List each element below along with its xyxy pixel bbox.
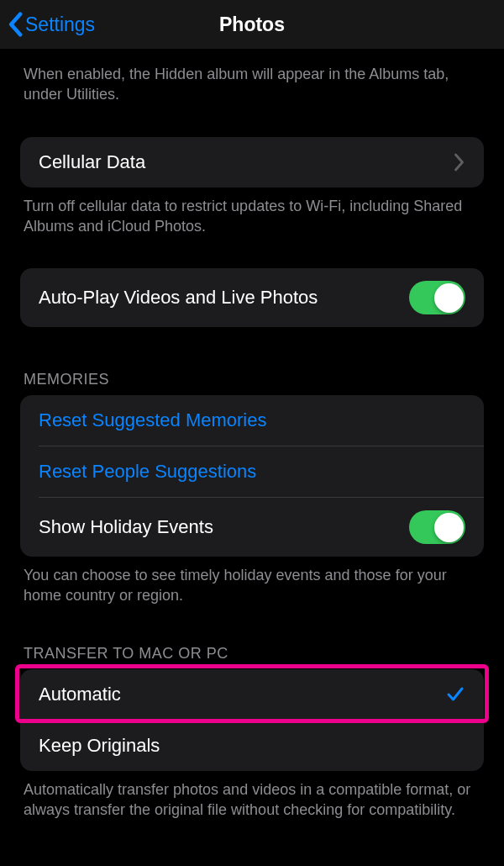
memories-footer: You can choose to see timely holiday eve… <box>0 557 504 606</box>
autoplay-group: Auto-Play Videos and Live Photos <box>20 268 484 327</box>
memories-header: MEMORIES <box>0 371 504 395</box>
page-title: Photos <box>219 13 285 36</box>
back-label: Settings <box>25 13 95 36</box>
back-button[interactable]: Settings <box>7 12 95 37</box>
content-scroll[interactable]: When enabled, the Hidden album will appe… <box>0 49 504 820</box>
cellular-data-group: Cellular Data <box>20 137 484 187</box>
transfer-automatic-row[interactable]: Automatic <box>20 669 484 720</box>
navigation-bar: Settings Photos <box>0 0 504 49</box>
autoplay-label: Auto-Play Videos and Live Photos <box>39 287 409 309</box>
toggle-knob <box>434 513 464 542</box>
show-holiday-events-label: Show Holiday Events <box>39 516 409 538</box>
transfer-group: Automatic Keep Originals <box>20 669 484 771</box>
chevron-left-icon <box>7 12 24 37</box>
cellular-data-label: Cellular Data <box>39 151 454 173</box>
autoplay-row: Auto-Play Videos and Live Photos <box>20 268 484 327</box>
show-holiday-events-row: Show Holiday Events <box>20 498 484 557</box>
transfer-header: TRANSFER TO MAC OR PC <box>0 645 504 669</box>
show-holiday-events-toggle[interactable] <box>409 510 465 544</box>
reset-suggested-memories-label: Reset Suggested Memories <box>39 409 465 431</box>
checkmark-icon <box>445 684 465 705</box>
reset-people-suggestions-label: Reset People Suggestions <box>39 461 465 483</box>
chevron-right-icon <box>454 153 465 172</box>
toggle-knob <box>434 283 464 313</box>
autoplay-toggle[interactable] <box>409 281 465 314</box>
memories-group: Reset Suggested Memories Reset People Su… <box>20 395 484 557</box>
hidden-album-footer: When enabled, the Hidden album will appe… <box>0 49 504 105</box>
transfer-automatic-label: Automatic <box>39 684 445 705</box>
transfer-footer: Automatically transfer photos and videos… <box>0 771 504 821</box>
cellular-data-footer: Turn off cellular data to restrict updat… <box>0 187 504 237</box>
reset-people-suggestions-row[interactable]: Reset People Suggestions <box>20 446 484 497</box>
transfer-keep-originals-row[interactable]: Keep Originals <box>20 721 484 771</box>
reset-suggested-memories-row[interactable]: Reset Suggested Memories <box>20 395 484 446</box>
cellular-data-row[interactable]: Cellular Data <box>20 137 484 187</box>
transfer-keep-originals-label: Keep Originals <box>39 735 465 757</box>
